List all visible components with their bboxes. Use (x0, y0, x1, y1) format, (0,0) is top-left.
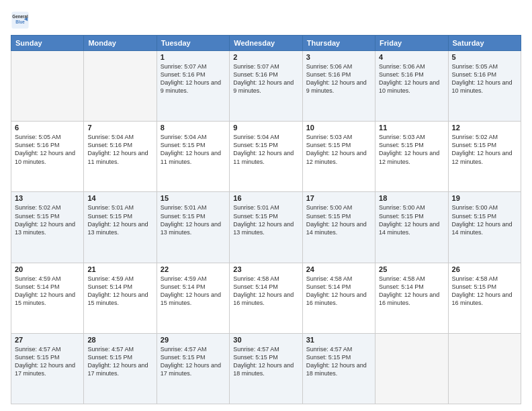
day-number: 11 (379, 124, 444, 132)
calendar-cell: 19Sunrise: 5:00 AM Sunset: 5:15 PM Dayli… (448, 192, 521, 263)
day-number: 1 (161, 53, 226, 61)
day-info: Sunrise: 4:57 AM Sunset: 5:15 PM Dayligh… (161, 345, 226, 378)
calendar-cell: 7Sunrise: 5:04 AM Sunset: 5:16 PM Daylig… (84, 122, 157, 192)
calendar-cell: 15Sunrise: 5:01 AM Sunset: 5:15 PM Dayli… (157, 192, 229, 263)
weekday-header-saturday: Saturday (448, 36, 521, 51)
calendar-week-row: 20Sunrise: 4:59 AM Sunset: 5:14 PM Dayli… (11, 263, 521, 333)
calendar-cell: 30Sunrise: 4:57 AM Sunset: 5:15 PM Dayli… (230, 333, 302, 404)
day-number: 31 (306, 336, 371, 344)
day-info: Sunrise: 5:01 AM Sunset: 5:15 PM Dayligh… (233, 203, 298, 236)
calendar-cell: 2Sunrise: 5:07 AM Sunset: 5:16 PM Daylig… (230, 51, 302, 122)
calendar-cell: 10Sunrise: 5:03 AM Sunset: 5:15 PM Dayli… (302, 122, 375, 192)
calendar-cell (11, 51, 84, 122)
day-info: Sunrise: 4:58 AM Sunset: 5:14 PM Dayligh… (379, 275, 444, 308)
calendar-cell: 9Sunrise: 5:04 AM Sunset: 5:15 PM Daylig… (230, 122, 302, 192)
calendar-week-row: 13Sunrise: 5:02 AM Sunset: 5:15 PM Dayli… (11, 192, 521, 263)
day-info: Sunrise: 4:58 AM Sunset: 5:14 PM Dayligh… (306, 275, 371, 308)
day-info: Sunrise: 5:06 AM Sunset: 5:16 PM Dayligh… (306, 62, 371, 95)
calendar-cell: 11Sunrise: 5:03 AM Sunset: 5:15 PM Dayli… (375, 122, 448, 192)
page: General Blue SundayMondayTuesdayWednesda… (0, 0, 532, 411)
header: General Blue (11, 11, 521, 30)
logo: General Blue (11, 11, 30, 30)
day-number: 19 (452, 194, 517, 202)
day-number: 16 (233, 194, 298, 202)
day-info: Sunrise: 5:03 AM Sunset: 5:15 PM Dayligh… (306, 133, 371, 166)
calendar-cell: 1Sunrise: 5:07 AM Sunset: 5:16 PM Daylig… (157, 51, 229, 122)
day-number: 29 (161, 336, 226, 344)
day-info: Sunrise: 4:57 AM Sunset: 5:15 PM Dayligh… (87, 345, 152, 378)
calendar-cell: 14Sunrise: 5:01 AM Sunset: 5:15 PM Dayli… (84, 192, 157, 263)
calendar-week-row: 27Sunrise: 4:57 AM Sunset: 5:15 PM Dayli… (11, 333, 521, 404)
day-info: Sunrise: 4:59 AM Sunset: 5:14 PM Dayligh… (87, 275, 152, 308)
day-info: Sunrise: 5:05 AM Sunset: 5:16 PM Dayligh… (452, 62, 517, 95)
calendar-cell: 17Sunrise: 5:00 AM Sunset: 5:15 PM Dayli… (302, 192, 375, 263)
day-number: 24 (306, 265, 371, 273)
day-info: Sunrise: 5:04 AM Sunset: 5:15 PM Dayligh… (161, 133, 226, 166)
calendar-week-row: 6Sunrise: 5:05 AM Sunset: 5:16 PM Daylig… (11, 122, 521, 192)
day-number: 18 (379, 194, 444, 202)
svg-text:Blue: Blue (15, 19, 25, 24)
calendar-cell: 27Sunrise: 4:57 AM Sunset: 5:15 PM Dayli… (11, 333, 84, 404)
calendar-cell: 22Sunrise: 4:59 AM Sunset: 5:14 PM Dayli… (157, 263, 229, 333)
day-info: Sunrise: 5:01 AM Sunset: 5:15 PM Dayligh… (87, 203, 152, 236)
day-info: Sunrise: 5:01 AM Sunset: 5:15 PM Dayligh… (161, 203, 226, 236)
day-number: 13 (15, 194, 80, 202)
weekday-header-sunday: Sunday (11, 36, 84, 51)
calendar-cell: 3Sunrise: 5:06 AM Sunset: 5:16 PM Daylig… (302, 51, 375, 122)
day-info: Sunrise: 5:00 AM Sunset: 5:15 PM Dayligh… (452, 203, 517, 236)
calendar-cell: 28Sunrise: 4:57 AM Sunset: 5:15 PM Dayli… (84, 333, 157, 404)
weekday-header-wednesday: Wednesday (230, 36, 302, 51)
day-info: Sunrise: 4:57 AM Sunset: 5:15 PM Dayligh… (15, 345, 80, 378)
day-number: 30 (233, 336, 298, 344)
day-number: 26 (452, 265, 517, 273)
day-number: 23 (233, 265, 298, 273)
day-number: 8 (161, 124, 226, 132)
day-info: Sunrise: 5:02 AM Sunset: 5:15 PM Dayligh… (15, 203, 80, 236)
day-number: 14 (87, 194, 152, 202)
calendar-cell: 5Sunrise: 5:05 AM Sunset: 5:16 PM Daylig… (448, 51, 521, 122)
calendar-cell: 20Sunrise: 4:59 AM Sunset: 5:14 PM Dayli… (11, 263, 84, 333)
calendar-cell: 4Sunrise: 5:06 AM Sunset: 5:16 PM Daylig… (375, 51, 448, 122)
day-info: Sunrise: 5:06 AM Sunset: 5:16 PM Dayligh… (379, 62, 444, 95)
day-info: Sunrise: 5:05 AM Sunset: 5:16 PM Dayligh… (15, 133, 80, 166)
svg-text:General: General (12, 14, 28, 19)
calendar-cell: 29Sunrise: 4:57 AM Sunset: 5:15 PM Dayli… (157, 333, 229, 404)
calendar-cell: 8Sunrise: 5:04 AM Sunset: 5:15 PM Daylig… (157, 122, 229, 192)
day-info: Sunrise: 5:07 AM Sunset: 5:16 PM Dayligh… (161, 62, 226, 95)
calendar-cell: 16Sunrise: 5:01 AM Sunset: 5:15 PM Dayli… (230, 192, 302, 263)
calendar-cell: 24Sunrise: 4:58 AM Sunset: 5:14 PM Dayli… (302, 263, 375, 333)
calendar-cell (375, 333, 448, 404)
day-number: 9 (233, 124, 298, 132)
weekday-header-thursday: Thursday (302, 36, 375, 51)
day-number: 28 (87, 336, 152, 344)
calendar-cell: 23Sunrise: 4:58 AM Sunset: 5:14 PM Dayli… (230, 263, 302, 333)
day-info: Sunrise: 5:07 AM Sunset: 5:16 PM Dayligh… (233, 62, 298, 95)
day-number: 2 (233, 53, 298, 61)
weekday-header-tuesday: Tuesday (157, 36, 229, 51)
calendar-cell: 12Sunrise: 5:02 AM Sunset: 5:15 PM Dayli… (448, 122, 521, 192)
calendar-cell: 25Sunrise: 4:58 AM Sunset: 5:14 PM Dayli… (375, 263, 448, 333)
day-number: 17 (306, 194, 371, 202)
weekday-header-friday: Friday (375, 36, 448, 51)
day-number: 5 (452, 53, 517, 61)
day-info: Sunrise: 4:58 AM Sunset: 5:15 PM Dayligh… (452, 275, 517, 308)
day-info: Sunrise: 5:00 AM Sunset: 5:15 PM Dayligh… (306, 203, 371, 236)
calendar-cell: 26Sunrise: 4:58 AM Sunset: 5:15 PM Dayli… (448, 263, 521, 333)
day-number: 21 (87, 265, 152, 273)
calendar-cell: 13Sunrise: 5:02 AM Sunset: 5:15 PM Dayli… (11, 192, 84, 263)
weekday-header-monday: Monday (84, 36, 157, 51)
day-number: 7 (87, 124, 152, 132)
calendar-week-row: 1Sunrise: 5:07 AM Sunset: 5:16 PM Daylig… (11, 51, 521, 122)
day-info: Sunrise: 5:00 AM Sunset: 5:15 PM Dayligh… (379, 203, 444, 236)
day-number: 25 (379, 265, 444, 273)
day-number: 15 (161, 194, 226, 202)
day-info: Sunrise: 5:04 AM Sunset: 5:15 PM Dayligh… (233, 133, 298, 166)
weekday-header-row: SundayMondayTuesdayWednesdayThursdayFrid… (11, 36, 521, 51)
day-info: Sunrise: 5:04 AM Sunset: 5:16 PM Dayligh… (87, 133, 152, 166)
day-number: 12 (452, 124, 517, 132)
day-info: Sunrise: 4:59 AM Sunset: 5:14 PM Dayligh… (161, 275, 226, 308)
day-info: Sunrise: 4:57 AM Sunset: 5:15 PM Dayligh… (306, 345, 371, 378)
calendar-cell (84, 51, 157, 122)
day-info: Sunrise: 4:58 AM Sunset: 5:14 PM Dayligh… (233, 275, 298, 308)
day-number: 22 (161, 265, 226, 273)
